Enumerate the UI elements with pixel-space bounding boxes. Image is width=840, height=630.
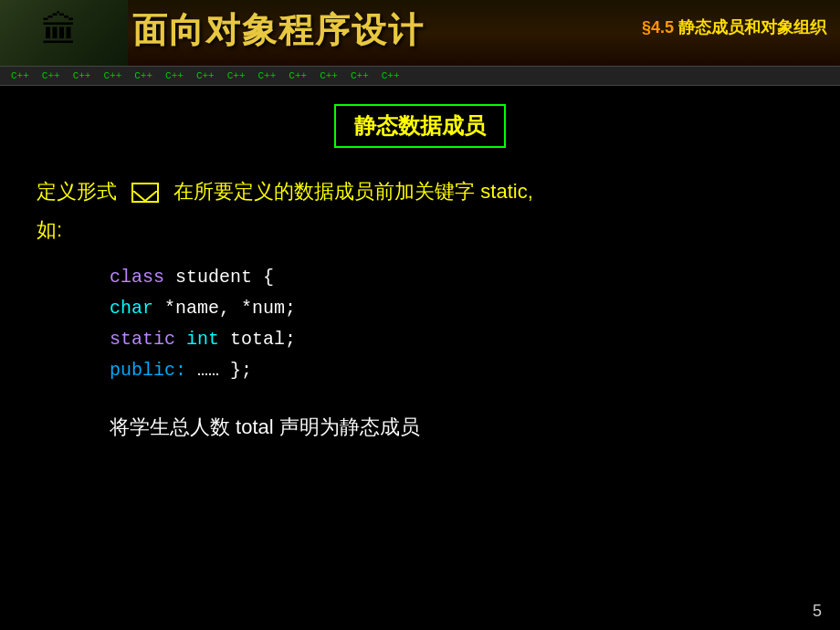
- keyword-public: public:: [110, 360, 186, 381]
- code-total-decl: total;: [230, 329, 296, 350]
- building-icon: [37, 5, 91, 60]
- toolbar-item: C++: [162, 70, 187, 81]
- keyword-static: static: [110, 329, 175, 350]
- toolbar-item: C++: [69, 70, 95, 81]
- keyword-char: char: [110, 298, 153, 319]
- summary-text: 将学生总人数 total 声明为静态成员: [110, 414, 803, 441]
- description-text: 在所要定义的数据成员前加关键字 static,: [173, 180, 533, 203]
- toolbar-item: C++: [316, 70, 341, 81]
- code-line-1: class student {: [110, 262, 803, 293]
- code-line-4: public: …… };: [110, 355, 803, 386]
- toolbar-item: C++: [378, 70, 404, 81]
- toolbar-item: C++: [347, 70, 373, 81]
- subtitle-text: 静态成员和对象组织: [678, 18, 826, 37]
- code-dots: …… };: [197, 360, 252, 381]
- code-vars: *name, *num;: [164, 298, 296, 319]
- main-content: 静态数据成员 定义形式 在所要定义的数据成员前加关键字 static, 如: c…: [0, 86, 840, 459]
- section-title: 静态数据成员: [334, 104, 506, 148]
- toolbar-item: C++: [255, 70, 280, 81]
- code-block: class student { char *name, *num; static…: [110, 262, 803, 386]
- header-title: 面向对象程序设计: [132, 7, 425, 54]
- toolbar: C++ C++ C++ C++ C++ C++ C++ C++ C++ C++ …: [0, 66, 840, 86]
- def-form-label: 定义形式: [37, 180, 117, 203]
- description-line2: 如:: [37, 216, 803, 244]
- section-number: §4.5: [642, 18, 674, 37]
- header-building-image: [0, 0, 128, 66]
- code-line-3: static int total;: [110, 324, 803, 355]
- toolbar-item: C++: [38, 70, 64, 81]
- toolbar-item: C++: [131, 70, 156, 81]
- code-line-2: char *name, *num;: [110, 293, 803, 324]
- header: 面向对象程序设计 §4.5 静态成员和对象组织: [0, 0, 840, 66]
- toolbar-item: C++: [285, 70, 310, 81]
- code-class-name: student {: [175, 267, 274, 288]
- mail-icon: [131, 183, 159, 203]
- keyword-class: class: [110, 267, 164, 288]
- toolbar-item: C++: [100, 70, 125, 81]
- toolbar-item: C++: [193, 70, 218, 81]
- toolbar-item: C++: [224, 70, 249, 81]
- page-number: 5: [813, 602, 822, 621]
- description-line1: 定义形式 在所要定义的数据成员前加关键字 static,: [37, 175, 803, 207]
- toolbar-item: C++: [7, 70, 33, 81]
- header-subtitle: §4.5 静态成员和对象组织: [642, 16, 826, 38]
- mail-svg: [133, 191, 157, 207]
- keyword-int: int: [186, 329, 219, 350]
- title-box: 静态数据成员: [37, 104, 803, 148]
